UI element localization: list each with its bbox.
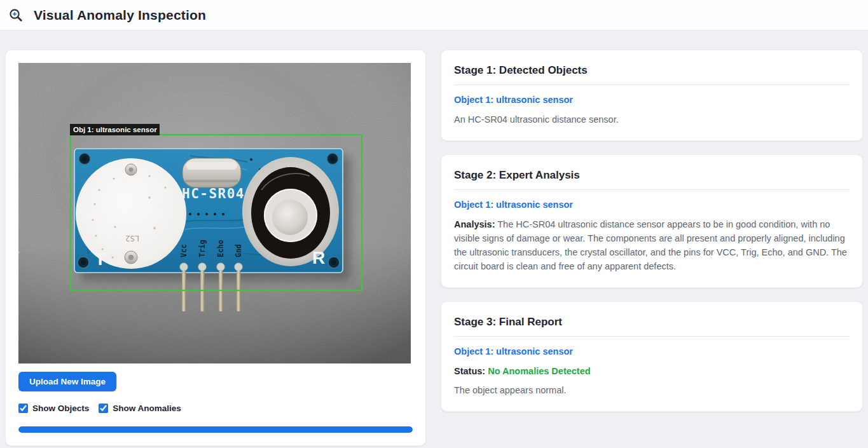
upload-new-image-button[interactable]: Upload New Image [18, 372, 116, 391]
stage-1-card: Stage 1: Detected Objects Object 1: ultr… [441, 50, 863, 141]
app-header: Visual Anomaly Inspection [0, 0, 868, 31]
stage-1-object-description: An HC-SR04 ultrasonic distance sensor. [454, 112, 850, 126]
analysis-progress-fill [18, 426, 413, 433]
status-label: Status: [454, 366, 485, 376]
crystal-oscillator [183, 158, 241, 187]
stage-3-title: Stage 3: Final Report [454, 313, 850, 336]
status-value: No Anomalies Detected [488, 366, 590, 376]
transducer-marking: LS2 [125, 234, 139, 243]
divider [454, 189, 850, 190]
svg-text:Obj 1: ultrasonic sensor: Obj 1: ultrasonic sensor [73, 126, 157, 133]
stage-3-card: Stage 3: Final Report Object 1: ultrason… [441, 301, 863, 412]
toggle-show-anomalies[interactable]: Show Anomalies [99, 404, 181, 413]
svg-text:Gnd: Gnd [234, 244, 243, 257]
svg-text:Trig: Trig [198, 240, 207, 257]
stage-1-title: Stage 1: Detected Objects [454, 62, 850, 85]
stage-3-object-heading: Object 1: ultrasonic sensor [454, 346, 850, 356]
detection-label: Obj 1: ultrasonic sensor [70, 124, 160, 135]
divider [454, 85, 850, 85]
inspection-image-panel: LS2 HC-SR04 [5, 50, 426, 446]
zoom-in-icon [8, 7, 24, 24]
page-title: Visual Anomaly Inspection [34, 8, 206, 23]
stage-2-analysis-text: Analysis: The HC-SR04 ultrasonic distanc… [454, 217, 850, 273]
inspection-image: LS2 HC-SR04 [18, 63, 411, 363]
stage-2-title: Stage 2: Expert Analysis [454, 166, 850, 189]
show-objects-label: Show Objects [32, 404, 89, 413]
show-anomalies-label: Show Anomalies [113, 404, 181, 413]
analysis-body: The HC-SR04 ultrasonic distance sensor a… [454, 219, 847, 271]
stages-column: Stage 1: Detected Objects Object 1: ultr… [441, 50, 863, 412]
stage-2-object-heading: Object 1: ultrasonic sensor [454, 200, 850, 210]
board-model-text: HC-SR04 [182, 186, 245, 201]
final-note: The object appears normal. [454, 383, 850, 397]
status-line: Status: No Anomalies Detected [454, 364, 850, 378]
transmitter-label: T [95, 249, 106, 269]
show-objects-checkbox[interactable] [18, 404, 28, 413]
divider [454, 336, 850, 337]
svg-text:Echo: Echo [216, 240, 225, 257]
analysis-progress-bar [18, 426, 413, 433]
stage-1-object-heading: Object 1: ultrasonic sensor [454, 95, 850, 105]
receiver-label: R [312, 248, 325, 268]
toggle-show-objects[interactable]: Show Objects [18, 404, 89, 413]
overlay-toggles: Show Objects Show Anomalies [18, 404, 413, 413]
svg-text:Vcc: Vcc [179, 244, 188, 257]
stage-2-card: Stage 2: Expert Analysis Object 1: ultra… [441, 154, 863, 288]
show-anomalies-checkbox[interactable] [99, 404, 108, 413]
analysis-label: Analysis: [454, 219, 495, 229]
